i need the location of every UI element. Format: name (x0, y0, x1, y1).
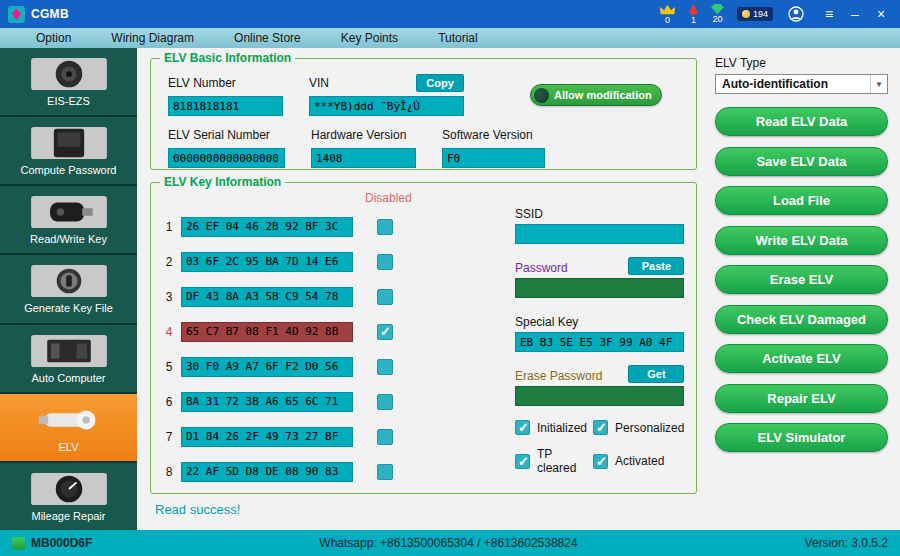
key-row-8-checkbox[interactable] (377, 464, 393, 480)
sidebar-item-auto-computer[interactable]: Auto Computer (0, 325, 137, 394)
key-row-3-checkbox[interactable] (377, 289, 393, 305)
repair-elv-button[interactable]: Repair ELV (715, 384, 888, 413)
key-row-8-num: 8 (163, 465, 175, 479)
key-row: 5 30 F0 A9 A7 6F F2 D0 56 (163, 349, 491, 384)
write-elv-data-button[interactable]: Write ELV Data (715, 226, 888, 255)
erase-elv-button[interactable]: Erase ELV (715, 265, 888, 294)
software-version-label: Software Version (442, 128, 533, 142)
vin-label: VIN (309, 76, 329, 90)
elv-simulator-button[interactable]: ELV Simulator (715, 423, 888, 452)
elv-key-info-title: ELV Key Information (160, 175, 285, 189)
key-row: 4 65 C7 B7 08 F1 4D 92 8B (163, 314, 491, 349)
elv-key-info-group: ELV Key Information Disabled 1 26 EF 04 … (150, 182, 697, 494)
save-elv-data-button[interactable]: Save ELV Data (715, 147, 888, 176)
operation-status-text: Read success! (155, 502, 697, 517)
read-elv-data-button[interactable]: Read ELV Data (715, 107, 888, 136)
key-row-1-checkbox[interactable] (377, 219, 393, 235)
compute-password-icon (27, 125, 111, 161)
copy-vin-button[interactable]: Copy (416, 74, 464, 92)
elv-type-dropdown[interactable]: Auto-identification (715, 74, 888, 94)
minimize-button[interactable]: – (842, 3, 868, 25)
status-checkbox-1[interactable]: Personalized (593, 420, 684, 435)
read-write-key-icon (27, 194, 111, 230)
key-row-2-value[interactable]: 03 6F 2C 95 BA 7D 14 E6 (181, 252, 353, 272)
close-button[interactable]: × (868, 3, 894, 25)
key-row-4-num: 4 (163, 325, 175, 339)
activate-elv-button[interactable]: Activate ELV (715, 344, 888, 373)
key-row-5-value[interactable]: 30 F0 A9 A7 6F F2 D0 56 (181, 357, 353, 377)
green-gem-count: 20 (712, 15, 722, 24)
password-label: Password (515, 261, 568, 275)
key-row-1-value[interactable]: 26 EF 04 46 2B 92 BF 3C (181, 217, 353, 237)
menu-tutorial[interactable]: Tutorial (438, 31, 478, 45)
check-elv-damaged-button[interactable]: Check ELV Damaged (715, 305, 888, 334)
erase-password-input[interactable] (515, 386, 684, 406)
key-row-3-value[interactable]: DF 43 8A A3 5B C9 54 78 (181, 287, 353, 307)
sidebar: EIS-EZS Compute Password Read/Write Key … (0, 48, 137, 530)
coin-icon (742, 10, 750, 18)
hardware-version-input[interactable]: 1408 (311, 148, 416, 168)
key-row-4-value[interactable]: 65 C7 B7 08 F1 4D 92 8B (181, 322, 353, 342)
special-key-input[interactable]: EB B3 5E E5 3F 99 A0 4F (515, 332, 684, 352)
status-checkbox-0[interactable]: Initialized (515, 420, 587, 435)
window-menu-button[interactable]: ≡ (816, 3, 842, 25)
key-row-6-value[interactable]: BA 31 72 3B A6 65 6C 71 (181, 392, 353, 412)
key-row-2-num: 2 (163, 255, 175, 269)
special-key-label: Special Key (515, 315, 578, 329)
paste-password-button[interactable]: Paste (628, 257, 684, 275)
key-row-7-checkbox[interactable] (377, 429, 393, 445)
menu-key-points[interactable]: Key Points (341, 31, 398, 45)
status-checkbox-3[interactable]: Activated (593, 447, 684, 475)
menu-wiring-diagram[interactable]: Wiring Diagram (111, 31, 194, 45)
elv-number-input[interactable]: 8181818181 (168, 96, 283, 116)
key-row-2-checkbox[interactable] (377, 254, 393, 270)
sidebar-item-eis-ezs[interactable]: EIS-EZS (0, 48, 137, 117)
mileage-repair-icon (27, 471, 111, 507)
ssid-input[interactable] (515, 224, 684, 244)
elv-number-label: ELV Number (168, 76, 236, 90)
menu-option[interactable]: Option (36, 31, 71, 45)
hardware-version-label: Hardware Version (311, 128, 406, 142)
checkbox-icon (593, 420, 608, 435)
sidebar-item-mileage-repair[interactable]: Mileage Repair (0, 463, 137, 530)
green-gem-stat[interactable]: 20 (711, 4, 724, 24)
red-gem-count: 1 (691, 16, 696, 25)
status-checkbox-2[interactable]: TP cleared (515, 447, 587, 475)
key-row-4-checkbox[interactable] (377, 324, 393, 340)
key-row-5-checkbox[interactable] (377, 359, 393, 375)
key-row-8-value[interactable]: 22 AF 5D D8 DE 08 90 83 (181, 462, 353, 482)
key-row: 2 03 6F 2C 95 BA 7D 14 E6 (163, 244, 491, 279)
app-logo-icon (8, 6, 25, 23)
app-window: CGMB 0 1 20 194 ≡ – × Option (0, 0, 900, 556)
coins-badge[interactable]: 194 (737, 7, 773, 21)
menu-online-store[interactable]: Online Store (234, 31, 301, 45)
checkbox-label: Personalized (615, 421, 684, 435)
vin-input[interactable]: ***YB)ddd ¨BÿÎ¿Ù (309, 96, 464, 116)
red-gem-stat[interactable]: 1 (689, 4, 698, 25)
password-input[interactable] (515, 278, 684, 298)
sidebar-item-generate-key-file[interactable]: Generate Key File (0, 255, 137, 324)
whatsapp-contact: Whatsapp: +8613500065304 / +861360253882… (92, 536, 804, 550)
auto-computer-icon (27, 333, 111, 369)
elv-type-label: ELV Type (715, 56, 888, 70)
sidebar-item-read-write-key[interactable]: Read/Write Key (0, 186, 137, 255)
elv-serial-input[interactable]: 0000000000000000 (168, 148, 285, 168)
sidebar-item-label: Compute Password (21, 164, 117, 176)
user-account-icon[interactable] (788, 6, 804, 22)
main-content: ELV Basic Information Allow modification… (137, 48, 705, 530)
allow-modification-toggle[interactable]: Allow modification (530, 84, 662, 106)
key-row-6-checkbox[interactable] (377, 394, 393, 410)
get-erase-password-button[interactable]: Get (628, 365, 684, 383)
sidebar-item-elv[interactable]: ELV (0, 394, 137, 463)
sidebar-item-compute-password[interactable]: Compute Password (0, 117, 137, 186)
red-gem-icon (689, 4, 698, 15)
right-panel: ELV Type Auto-identification Read ELV Da… (705, 48, 900, 530)
sidebar-item-label: EIS-EZS (47, 95, 90, 107)
device-id: MB000D6F (31, 536, 92, 550)
elv-type-value: Auto-identification (716, 77, 870, 91)
software-version-input[interactable]: F0 (442, 148, 545, 168)
load-file-button[interactable]: Load File (715, 186, 888, 215)
sidebar-item-label: Read/Write Key (30, 233, 107, 245)
crown-stat[interactable]: 0 (659, 4, 676, 25)
key-row-7-value[interactable]: D1 84 26 2F 49 73 27 BF (181, 427, 353, 447)
